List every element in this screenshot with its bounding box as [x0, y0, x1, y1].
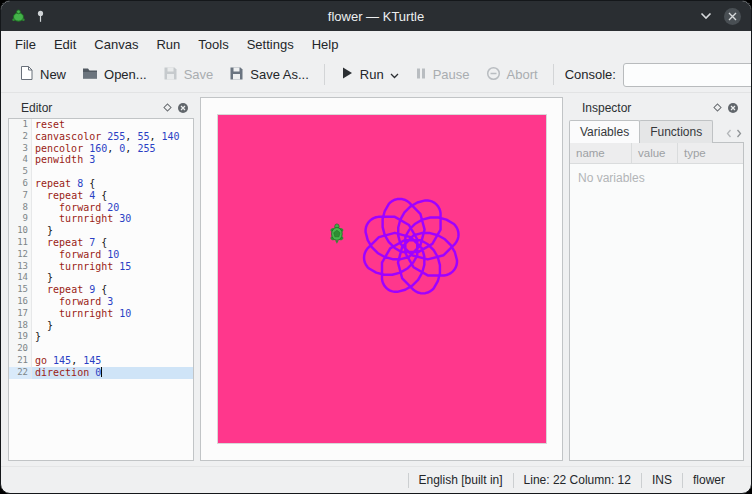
- menu-edit[interactable]: Edit: [45, 34, 85, 55]
- editor-line[interactable]: 12 forward 10: [9, 249, 193, 261]
- tab-variables[interactable]: Variables: [569, 120, 640, 143]
- line-number: 19: [9, 331, 32, 343]
- editor-line[interactable]: 5: [9, 166, 193, 178]
- menu-tools[interactable]: Tools: [189, 34, 237, 55]
- inspector-view: Variables Functions name value: [569, 118, 744, 461]
- menu-file[interactable]: File: [6, 34, 45, 55]
- variables-panel: name value type No variables: [569, 142, 744, 461]
- editor-line[interactable]: 3pencolor 160, 0, 255: [9, 143, 193, 155]
- code-text: repeat 7 {: [32, 237, 193, 249]
- line-number: 2: [9, 131, 32, 143]
- run-button[interactable]: Run: [332, 61, 407, 88]
- pause-icon: [415, 67, 427, 83]
- line-number: 1: [9, 119, 32, 131]
- line-number: 17: [9, 308, 32, 320]
- tab-functions[interactable]: Functions: [639, 120, 713, 143]
- editor-line[interactable]: 18 }: [9, 320, 193, 332]
- new-document-icon: [19, 65, 34, 84]
- kturtle-window: flower — KTurtle File Edit Canvas Run To…: [0, 0, 752, 494]
- code-text: repeat 8 {: [32, 178, 193, 190]
- save-as-floppy-icon: [229, 66, 244, 84]
- toolbar-separator: [324, 64, 325, 85]
- status-document-name: flower: [683, 473, 735, 487]
- editor-dock-title: Editor: [21, 101, 52, 115]
- menu-settings[interactable]: Settings: [238, 34, 303, 55]
- column-header-name[interactable]: name: [570, 143, 632, 163]
- inspector-close-icon[interactable]: [725, 100, 741, 116]
- open-button[interactable]: Open...: [74, 61, 155, 88]
- code-text: pencolor 160, 0, 255: [32, 143, 193, 155]
- editor-line[interactable]: 7 repeat 4 {: [9, 190, 193, 202]
- pause-button[interactable]: Pause: [407, 62, 478, 88]
- turtle-canvas: [218, 115, 546, 443]
- menu-canvas[interactable]: Canvas: [85, 34, 147, 55]
- line-number: 7: [9, 190, 32, 202]
- editor-line[interactable]: 17 turnright 10: [9, 308, 193, 320]
- editor-line[interactable]: 20: [9, 343, 193, 355]
- editor-line[interactable]: 9 turnright 30: [9, 213, 193, 225]
- code-text: turnright 10: [32, 308, 193, 320]
- line-number: 20: [9, 343, 32, 355]
- canvas-pane[interactable]: [200, 97, 563, 461]
- line-number: 18: [9, 320, 32, 332]
- save-as-button[interactable]: Save As...: [221, 61, 317, 89]
- text-cursor: [101, 367, 102, 377]
- console-input[interactable]: [624, 66, 752, 84]
- main-toolbar: New Open... Save: [1, 57, 751, 93]
- editor-line[interactable]: 19}: [9, 331, 193, 343]
- tab-scroll-right-icon[interactable]: [736, 129, 742, 138]
- editor-close-icon[interactable]: [175, 100, 191, 116]
- open-folder-icon: [82, 66, 98, 83]
- editor-code-area[interactable]: 1reset2canvascolor 255, 55, 1403pencolor…: [8, 118, 194, 461]
- line-number: 16: [9, 296, 32, 308]
- variables-table-header: name value type: [570, 143, 743, 164]
- editor-line[interactable]: 10 }: [9, 225, 193, 237]
- pin-icon[interactable]: [35, 10, 46, 23]
- column-header-type[interactable]: type: [678, 143, 743, 163]
- run-dropdown-chevron-icon[interactable]: [390, 67, 399, 82]
- new-button[interactable]: New: [11, 60, 74, 89]
- editor-line[interactable]: 11 repeat 7 {: [9, 237, 193, 249]
- editor-float-icon[interactable]: [159, 100, 175, 116]
- editor-line[interactable]: 14 }: [9, 272, 193, 284]
- menu-help[interactable]: Help: [303, 34, 348, 55]
- editor-line[interactable]: 22direction 0: [9, 367, 193, 379]
- editor-line[interactable]: 16 forward 3: [9, 296, 193, 308]
- status-insert-mode: INS: [642, 473, 682, 487]
- close-icon[interactable]: [724, 8, 741, 25]
- editor-line[interactable]: 21go 145, 145: [9, 355, 193, 367]
- abort-icon: [486, 66, 501, 84]
- line-number: 8: [9, 202, 32, 214]
- editor-line[interactable]: 15 repeat 9 {: [9, 284, 193, 296]
- inspector-float-icon[interactable]: [709, 100, 725, 116]
- editor-line[interactable]: 6repeat 8 {: [9, 178, 193, 190]
- line-number: 6: [9, 178, 32, 190]
- console-combobox[interactable]: [623, 63, 752, 87]
- code-text: }: [32, 320, 193, 332]
- tab-scroll-left-icon[interactable]: [726, 129, 732, 138]
- shade-chevron-icon[interactable]: [700, 12, 712, 20]
- code-text: penwidth 3: [32, 154, 193, 166]
- code-text: reset: [32, 119, 193, 131]
- kturtle-app-icon[interactable]: [11, 9, 26, 24]
- line-number: 22: [9, 367, 32, 379]
- title-bar[interactable]: flower — KTurtle: [1, 1, 751, 31]
- editor-line[interactable]: 4penwidth 3: [9, 154, 193, 166]
- line-number: 15: [9, 284, 32, 296]
- code-text: turnright 30: [32, 213, 193, 225]
- code-text: }: [32, 225, 193, 237]
- editor-line[interactable]: 1reset: [9, 119, 193, 131]
- window-title: flower — KTurtle: [1, 9, 751, 24]
- editor-line[interactable]: 2canvascolor 255, 55, 140: [9, 131, 193, 143]
- inspector-dock-header[interactable]: Inspector: [569, 97, 744, 118]
- abort-button[interactable]: Abort: [478, 61, 546, 89]
- code-text: canvascolor 255, 55, 140: [32, 131, 193, 143]
- editor-line[interactable]: 13 turnright 15: [9, 261, 193, 273]
- code-text: turnright 15: [32, 261, 193, 273]
- editor-line[interactable]: 8 forward 20: [9, 202, 193, 214]
- code-text: [32, 166, 193, 178]
- editor-dock-header[interactable]: Editor: [8, 97, 194, 118]
- menu-run[interactable]: Run: [147, 34, 189, 55]
- column-header-value[interactable]: value: [632, 143, 678, 163]
- save-button[interactable]: Save: [155, 61, 222, 89]
